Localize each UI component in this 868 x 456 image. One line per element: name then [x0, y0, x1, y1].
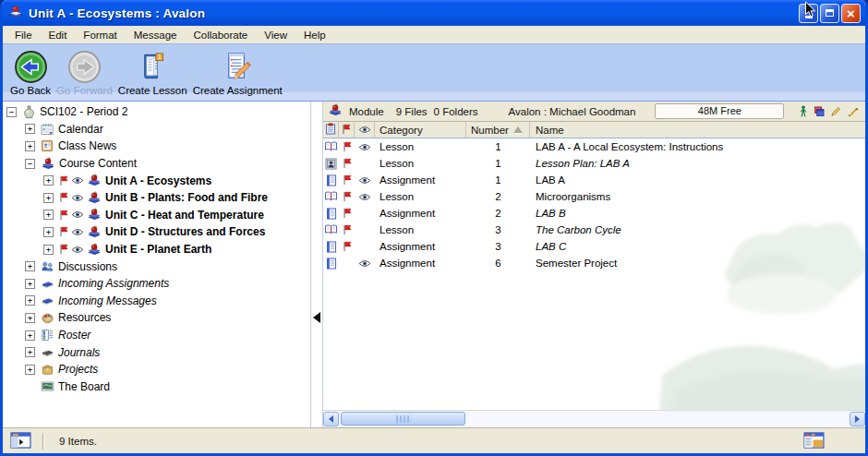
- create-assignment-icon: [223, 51, 253, 82]
- expand-box[interactable]: +: [43, 193, 54, 203]
- row-name: Lesson Plan: LAB A: [530, 155, 865, 172]
- menu-collaborate[interactable]: Collaborate: [185, 29, 256, 42]
- horizontal-scrollbar[interactable]: [323, 410, 865, 427]
- window-layout-button[interactable]: [803, 432, 825, 450]
- minimize-button[interactable]: [799, 4, 818, 23]
- tree-item-unit-c-heat-and-temperature[interactable]: +Unit C - Heat and Temperature: [3, 207, 310, 224]
- expand-box[interactable]: +: [25, 124, 35, 134]
- table-row[interactable]: Lesson3The Carbon Cycle: [323, 222, 865, 238]
- tree-item-label: Class News: [58, 139, 116, 152]
- free-space-indicator: 48M Free: [655, 103, 784, 119]
- items-count-text: 9 Items.: [59, 436, 97, 447]
- column-number[interactable]: Number: [466, 122, 530, 138]
- table-row[interactable]: Lesson2Microorganisms: [323, 188, 865, 205]
- tree-item-projects[interactable]: +Projects: [3, 361, 310, 378]
- expand-box[interactable]: +: [25, 347, 35, 357]
- maximize-button[interactable]: [820, 4, 839, 23]
- row-number: 1: [466, 155, 530, 172]
- tree-item-unit-e-planet-earth[interactable]: +Unit E - Planet Earth: [3, 241, 310, 258]
- scrollbar-thumb[interactable]: [341, 412, 465, 426]
- menu-file[interactable]: File: [6, 29, 41, 42]
- window-title: Unit A - Ecosystems : Avalon: [29, 6, 794, 20]
- table-row[interactable]: Lesson1Lesson Plan: LAB A: [323, 155, 865, 172]
- maximize-icon: [826, 9, 834, 17]
- eye-icon: [71, 176, 84, 185]
- go-back-icon: [14, 50, 48, 84]
- tree-item-incoming-assignments[interactable]: +Incoming Assignments: [3, 275, 310, 293]
- expand-box[interactable]: +: [43, 227, 54, 237]
- column-eye[interactable]: [355, 122, 375, 138]
- expand-box[interactable]: +: [25, 261, 35, 271]
- collapse-box[interactable]: −: [6, 107, 17, 117]
- menu-view[interactable]: View: [256, 29, 295, 42]
- tree-item-roster[interactable]: +Roster: [3, 327, 310, 344]
- go-back-button[interactable]: Go Back: [7, 48, 54, 96]
- tree-item-unit-b-plants-food-and-fibre[interactable]: +Unit B - Plants: Food and Fibre: [3, 189, 310, 207]
- expand-box[interactable]: +: [25, 141, 35, 151]
- toolbar: Go BackGo Forward1Create LessonCreate As…: [3, 43, 865, 101]
- tree-item-journals[interactable]: +Journals: [3, 343, 310, 361]
- app-books-apple-icon: [7, 5, 24, 21]
- column-name[interactable]: Name: [530, 122, 865, 138]
- cascade-windows-icon[interactable]: [813, 106, 825, 117]
- signature-pen-icon[interactable]: [847, 106, 859, 117]
- create-lesson-button[interactable]: 1Create Lesson: [115, 48, 190, 96]
- row-name: LAB A: [530, 172, 865, 188]
- table-row[interactable]: Assignment6Semester Project: [323, 255, 865, 271]
- expand-box[interactable]: +: [43, 210, 54, 220]
- eye-icon: [358, 259, 371, 268]
- lesson-open-book-icon: [324, 224, 338, 235]
- tree-item-resources[interactable]: +Resources: [3, 309, 310, 327]
- tree-item-sci102-period-2[interactable]: −SCI102 - Period 2: [3, 103, 310, 121]
- table-row[interactable]: Assignment1LAB A: [323, 172, 865, 188]
- close-button[interactable]: ×: [841, 4, 861, 23]
- menu-message[interactable]: Message: [126, 29, 186, 42]
- lesson-open-book-icon: [324, 191, 338, 202]
- row-name: The Carbon Cycle: [530, 222, 865, 238]
- scrollbar-track[interactable]: [339, 412, 850, 426]
- expand-box[interactable]: +: [25, 313, 35, 323]
- person-icon[interactable]: [800, 105, 807, 117]
- scroll-left-button[interactable]: [323, 412, 339, 426]
- menu-edit[interactable]: Edit: [41, 29, 76, 42]
- tree-item-the-board[interactable]: The Board: [3, 378, 310, 396]
- expand-box[interactable]: +: [43, 175, 54, 186]
- menu-help[interactable]: Help: [295, 29, 334, 42]
- roster-icon: [41, 329, 54, 342]
- tree-item-incoming-messages[interactable]: +Incoming Messages: [3, 293, 310, 310]
- collapse-left-arrow-icon[interactable]: [313, 312, 320, 323]
- header-action-icons: [800, 105, 859, 117]
- tree-item-label: Unit D - Structures and Forces: [105, 225, 265, 238]
- collapse-box[interactable]: −: [25, 159, 35, 169]
- scroll-right-button[interactable]: [850, 412, 865, 426]
- tree-item-discussions[interactable]: +Discussions: [3, 258, 310, 275]
- scroll-right-arrow-icon: [855, 415, 860, 423]
- tree-item-course-content[interactable]: −Course Content: [3, 155, 310, 173]
- tree-item-calendar[interactable]: +Calendar: [3, 121, 310, 138]
- toggle-tree-panel-button[interactable]: [10, 432, 31, 450]
- column-category[interactable]: Category: [375, 122, 466, 138]
- tree-item-unit-a-ecosystems[interactable]: +Unit A - Ecosystems: [3, 172, 310, 189]
- window-controls: ×: [799, 4, 861, 23]
- expand-box[interactable]: +: [43, 245, 54, 255]
- expand-box[interactable]: +: [25, 295, 35, 306]
- table-row[interactable]: Assignment2LAB B: [323, 205, 865, 222]
- tree-item-class-news[interactable]: +Class News: [3, 138, 310, 155]
- panel-splitter[interactable]: [311, 102, 322, 427]
- course-books-icon: [328, 103, 343, 117]
- create-assignment-button[interactable]: Create Assignment: [190, 48, 285, 96]
- expand-box[interactable]: +: [25, 365, 35, 375]
- table-row[interactable]: Lesson1LAB A - A Local Ecosystem: Instru…: [323, 138, 865, 155]
- flag-icon: [343, 141, 352, 152]
- go-forward-button[interactable]: Go Forward: [54, 48, 115, 96]
- table-row[interactable]: Assignment3LAB C: [323, 238, 865, 255]
- tree-item-unit-d-structures-and-forces[interactable]: +Unit D - Structures and Forces: [3, 223, 310, 241]
- column-item-type[interactable]: [323, 122, 339, 138]
- expand-box[interactable]: +: [25, 279, 35, 289]
- row-category: Assignment: [375, 205, 466, 222]
- menu-format[interactable]: Format: [75, 29, 125, 42]
- column-flag[interactable]: [339, 122, 355, 138]
- flag-icon: [343, 191, 352, 202]
- pencil-icon[interactable]: [830, 106, 841, 117]
- expand-box[interactable]: +: [25, 330, 35, 341]
